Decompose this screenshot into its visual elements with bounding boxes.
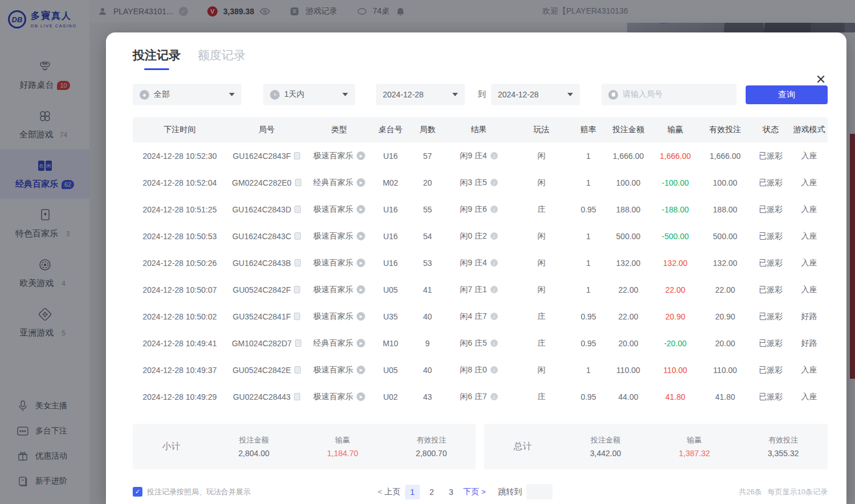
bet-amount: 44.00 — [606, 383, 651, 410]
copy-icon[interactable] — [294, 152, 300, 159]
modal-footer: ✓ 投注记录按照局、玩法合并展示 < 上页 1 2 3 下页 > 跳转到 共26… — [133, 484, 828, 499]
info-icon[interactable]: i — [490, 232, 498, 240]
round-id: GM1024C282D7 — [227, 330, 306, 357]
table-row: 2024-12-28 10:52:30GU1624C2843F极速百家乐▶U16… — [133, 142, 828, 169]
time-range-select[interactable]: 1天内 — [263, 84, 355, 105]
tab-quota-records[interactable]: 额度记录 — [198, 47, 246, 70]
play-icon[interactable]: ▶ — [357, 392, 365, 401]
table-number: U05 — [372, 357, 409, 383]
odds: 1 — [571, 357, 606, 383]
info-icon[interactable]: i — [490, 286, 498, 293]
prev-page-button[interactable]: < 上页 — [378, 487, 400, 497]
date-to-picker[interactable]: 2024-12-28 — [491, 84, 580, 105]
game-type: 极速百家乐▶ — [306, 223, 372, 249]
info-icon[interactable]: i — [490, 259, 498, 267]
page-button-3[interactable]: 3 — [444, 485, 459, 499]
table-number: U16 — [372, 142, 409, 169]
play-icon[interactable]: ▶ — [357, 366, 365, 374]
win-loss: 22.00 — [651, 276, 699, 303]
win-loss: -100.00 — [651, 169, 699, 196]
bet-amount: 500.00 — [606, 223, 651, 249]
info-icon[interactable]: i — [490, 393, 498, 400]
play-type: 闲 — [512, 169, 571, 196]
round-id-icon — [608, 90, 618, 100]
play-icon[interactable]: ▶ — [357, 339, 365, 347]
info-icon[interactable]: i — [490, 152, 498, 159]
play-icon[interactable]: ▶ — [357, 205, 365, 214]
table-row: 2024-12-28 10:49:41GM1024C282D7经典百家乐▶M10… — [133, 330, 828, 357]
game-mode: 入座 — [791, 276, 828, 303]
chevron-down-icon — [452, 93, 458, 96]
play-type: 庄 — [512, 330, 571, 357]
play-icon[interactable]: ▶ — [357, 259, 365, 267]
game-type: 极速百家乐▶ — [306, 196, 372, 223]
bet-amount: 1,666.00 — [606, 142, 651, 169]
bet-time: 2024-12-28 10:50:53 — [133, 223, 227, 249]
column-header: 局数 — [409, 117, 446, 142]
result: 闲6 庄7i — [446, 383, 512, 410]
copy-icon[interactable] — [294, 206, 301, 213]
page-button-1[interactable]: 1 — [405, 485, 420, 499]
game-type-select[interactable]: ♠ 全部 — [133, 84, 242, 105]
subtotal-label: 小计 — [133, 441, 210, 453]
bet-time: 2024-12-28 10:50:07 — [133, 276, 227, 303]
play-icon[interactable]: ▶ — [357, 232, 365, 240]
play-type: 庄 — [512, 196, 571, 223]
copy-icon[interactable] — [294, 393, 300, 400]
copy-icon[interactable] — [294, 259, 301, 267]
round-number: 53 — [409, 249, 446, 276]
table-number: U16 — [372, 249, 409, 276]
table-header-row: 下注时间局号类型桌台号局数结果玩法赔率投注金额输赢有效投注状态游戏模式 — [133, 117, 828, 142]
odds: 1 — [571, 223, 606, 249]
table-number: U35 — [372, 303, 409, 330]
copy-icon[interactable] — [295, 339, 301, 347]
play-icon[interactable]: ▶ — [357, 312, 365, 321]
round-id: GU0524C2842E — [227, 357, 306, 383]
date-from-picker[interactable]: 2024-12-28 — [376, 84, 465, 105]
copy-icon[interactable] — [294, 313, 300, 320]
column-header: 游戏模式 — [791, 117, 828, 142]
status: 已派彩 — [751, 357, 791, 383]
round-id: GM0224C282E0 — [227, 169, 306, 196]
result: 闲4 庄7i — [446, 303, 512, 330]
tab-bet-records[interactable]: 投注记录 — [133, 47, 181, 70]
column-header: 赔率 — [571, 117, 606, 142]
game-type: 极速百家乐▶ — [306, 276, 372, 303]
round-id-input[interactable]: 请输入局号 — [602, 84, 737, 105]
info-icon[interactable]: i — [490, 313, 498, 320]
info-icon[interactable]: i — [490, 366, 498, 374]
column-header: 输赢 — [651, 117, 699, 142]
bet-time: 2024-12-28 10:49:37 — [133, 357, 227, 383]
round-number: 57 — [409, 142, 446, 169]
table-number: M02 — [372, 169, 409, 196]
copy-icon[interactable] — [294, 286, 300, 293]
page-button-2[interactable]: 2 — [424, 485, 439, 499]
search-button[interactable]: 查询 — [746, 85, 828, 104]
column-header: 类型 — [306, 117, 372, 142]
valid-bet: 22.00 — [699, 276, 751, 303]
close-icon[interactable]: ✕ — [813, 72, 828, 87]
merge-records-checkbox[interactable]: ✓ — [133, 487, 142, 497]
valid-bet: 1,666.00 — [699, 142, 751, 169]
play-icon[interactable]: ▶ — [357, 151, 365, 160]
table-row: 2024-12-28 10:50:53GU1624C2843C极速百家乐▶U16… — [133, 223, 828, 249]
result: 闲9 庄4i — [446, 142, 512, 169]
info-icon[interactable]: i — [490, 179, 498, 186]
game-type: 极速百家乐▶ — [306, 249, 372, 276]
play-icon[interactable]: ▶ — [357, 285, 365, 294]
copy-icon[interactable] — [295, 179, 301, 186]
copy-icon[interactable] — [294, 366, 301, 374]
play-type: 庄 — [512, 303, 571, 330]
info-icon[interactable]: i — [490, 206, 498, 213]
next-page-button[interactable]: 下页 > — [463, 487, 486, 497]
game-type: 极速百家乐▶ — [306, 142, 372, 169]
game-mode: 好路 — [791, 330, 828, 357]
result: 闲9 庄6i — [446, 196, 512, 223]
info-icon[interactable]: i — [490, 339, 498, 347]
copy-icon[interactable] — [294, 232, 301, 240]
chevron-down-icon — [342, 93, 348, 96]
win-loss: -500.00 — [651, 223, 699, 249]
jump-to-page-input[interactable] — [526, 484, 553, 499]
play-icon[interactable]: ▶ — [357, 178, 365, 187]
status: 已派彩 — [751, 276, 791, 303]
